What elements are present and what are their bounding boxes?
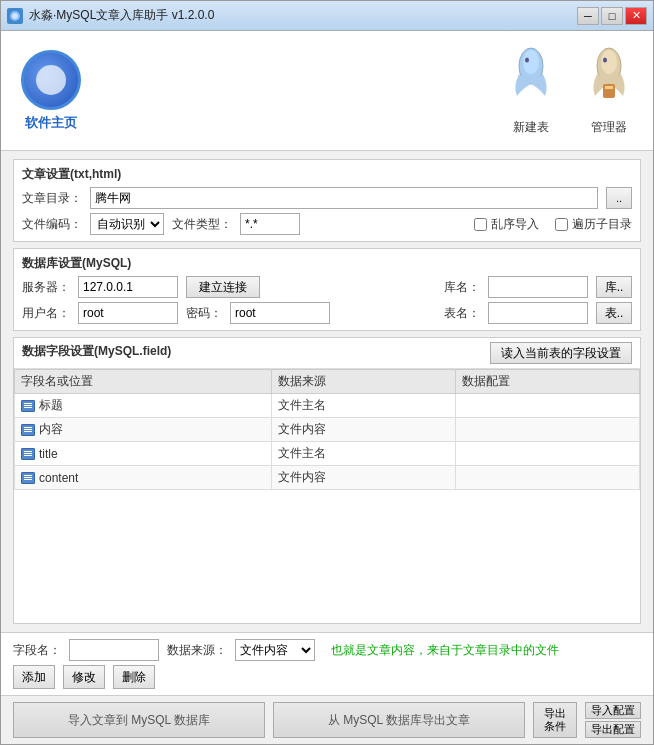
tablename-label: 表名： [444, 305, 480, 322]
field-row-icon [21, 472, 35, 484]
col-config-header: 数据配置 [455, 370, 639, 394]
table-row[interactable]: 内容 文件内容 [15, 418, 640, 442]
field-cell: content [15, 466, 272, 490]
new-table-action[interactable]: 新建表 [507, 46, 555, 136]
svg-point-1 [12, 13, 18, 19]
title-bar: 水淼·MySQL文章入库助手 v1.2.0.0 ─ □ ✕ [1, 1, 653, 31]
close-button[interactable]: ✕ [625, 7, 647, 25]
svg-point-6 [601, 50, 617, 74]
password-label: 密码： [186, 305, 222, 322]
random-order-label[interactable]: 乱序导入 [474, 216, 539, 233]
tablename-button[interactable]: 表.. [596, 302, 632, 324]
field-input-row: 字段名： 数据来源： 文件内容 文件主名 固定值 随机值 也就是文章内容，来自于… [13, 639, 641, 661]
app-icon [7, 8, 23, 24]
manager-action[interactable]: 管理器 [585, 46, 633, 136]
file-settings-title: 文章设置(txt,html) [22, 166, 632, 183]
dolphin-icon-1 [507, 46, 555, 115]
minimize-button[interactable]: ─ [577, 7, 599, 25]
export-config-button[interactable]: 导出配置 [585, 721, 641, 738]
field-action-row: 添加 修改 删除 [13, 665, 641, 689]
table-row[interactable]: title 文件主名 [15, 442, 640, 466]
title-bar-controls: ─ □ ✕ [577, 7, 647, 25]
dbname-button[interactable]: 库.. [596, 276, 632, 298]
traverse-dir-label[interactable]: 遍历子目录 [555, 216, 632, 233]
import-button[interactable]: 导入文章到 MySQL 数据库 [13, 702, 265, 738]
filetype-label: 文件类型： [172, 216, 232, 233]
filetype-input[interactable] [240, 213, 300, 235]
title-bar-text: 水淼·MySQL文章入库助手 v1.2.0.0 [29, 7, 214, 24]
source-cell: 文件内容 [271, 466, 455, 490]
header-left: 软件主页 [21, 50, 81, 132]
header-right: 新建表 管理器 [507, 46, 633, 136]
db-settings-title: 数据库设置(MySQL) [22, 255, 632, 272]
add-button[interactable]: 添加 [13, 665, 55, 689]
main-window: 水淼·MySQL文章入库助手 v1.2.0.0 ─ □ ✕ 软件主页 [0, 0, 654, 745]
home-label[interactable]: 软件主页 [25, 114, 77, 132]
encoding-select[interactable]: 自动识别 [90, 213, 164, 235]
title-bar-left: 水淼·MySQL文章入库助手 v1.2.0.0 [7, 7, 214, 24]
source-cell: 文件主名 [271, 394, 455, 418]
col-source-header: 数据来源 [271, 370, 455, 394]
table-row[interactable]: 标题 文件主名 [15, 394, 640, 418]
header-area: 软件主页 新建表 [1, 31, 653, 151]
fieldname-label: 字段名： [13, 642, 61, 659]
field-row-icon [21, 424, 35, 436]
main-content: 文章设置(txt,html) 文章目录： .. 文件编码： 自动识别 文件类型：… [1, 151, 653, 632]
fieldname-input[interactable] [69, 639, 159, 661]
manager-label: 管理器 [591, 119, 627, 136]
field-settings-title: 数据字段设置(MySQL.field) [22, 343, 171, 360]
user-input[interactable] [78, 302, 178, 324]
svg-rect-9 [605, 86, 613, 89]
new-table-label: 新建表 [513, 119, 549, 136]
config-cell [455, 466, 639, 490]
db-settings-section: 数据库设置(MySQL) 服务器： 建立连接 库名： 库.. 用户名： 密码： … [13, 248, 641, 331]
datasource-label: 数据来源： [167, 642, 227, 659]
delete-button[interactable]: 删除 [113, 665, 155, 689]
field-section-header: 数据字段设置(MySQL.field) 读入当前表的字段设置 [14, 338, 640, 369]
manager-icon [585, 46, 633, 115]
import-config-button[interactable]: 导入配置 [585, 702, 641, 719]
bottom-area: 字段名： 数据来源： 文件内容 文件主名 固定值 随机值 也就是文章内容，来自于… [1, 632, 653, 695]
config-cell [455, 394, 639, 418]
svg-point-7 [603, 57, 607, 62]
dbname-label: 库名： [444, 279, 480, 296]
logo [21, 50, 81, 110]
export-button[interactable]: 从 MySQL 数据库导出文章 [273, 702, 525, 738]
encoding-label: 文件编码： [22, 216, 82, 233]
traverse-dir-checkbox[interactable] [555, 218, 568, 231]
connect-button[interactable]: 建立连接 [186, 276, 260, 298]
footer-area: 导入文章到 MySQL 数据库 从 MySQL 数据库导出文章 导出 条件 导入… [1, 695, 653, 744]
server-input[interactable] [78, 276, 178, 298]
field-cell: 内容 [15, 418, 272, 442]
hint-text: 也就是文章内容，来自于文章目录中的文件 [331, 642, 559, 659]
random-order-checkbox[interactable] [474, 218, 487, 231]
field-cell: title [15, 442, 272, 466]
config-cell [455, 418, 639, 442]
datasource-select[interactable]: 文件内容 文件主名 固定值 随机值 [235, 639, 315, 661]
dir-label: 文章目录： [22, 190, 82, 207]
field-row-icon [21, 448, 35, 460]
logo-inner [36, 65, 66, 95]
source-cell: 文件内容 [271, 418, 455, 442]
modify-button[interactable]: 修改 [63, 665, 105, 689]
password-input[interactable] [230, 302, 330, 324]
file-settings-section: 文章设置(txt,html) 文章目录： .. 文件编码： 自动识别 文件类型：… [13, 159, 641, 242]
source-cell: 文件主名 [271, 442, 455, 466]
export-condition-button[interactable]: 导出 条件 [533, 702, 577, 738]
dbname-input[interactable] [488, 276, 588, 298]
read-fields-button[interactable]: 读入当前表的字段设置 [490, 342, 632, 364]
user-row: 用户名： 密码： 表名： 表.. [22, 302, 632, 324]
tablename-input[interactable] [488, 302, 588, 324]
encoding-row: 文件编码： 自动识别 文件类型： 乱序导入 遍历子目录 [22, 213, 632, 235]
server-label: 服务器： [22, 279, 70, 296]
field-row-icon [21, 400, 35, 412]
dir-input[interactable] [90, 187, 598, 209]
field-cell: 标题 [15, 394, 272, 418]
user-label: 用户名： [22, 305, 70, 322]
svg-point-4 [525, 57, 529, 62]
config-cell [455, 442, 639, 466]
table-row[interactable]: content 文件内容 [15, 466, 640, 490]
svg-point-3 [523, 50, 539, 74]
browse-button[interactable]: .. [606, 187, 632, 209]
maximize-button[interactable]: □ [601, 7, 623, 25]
